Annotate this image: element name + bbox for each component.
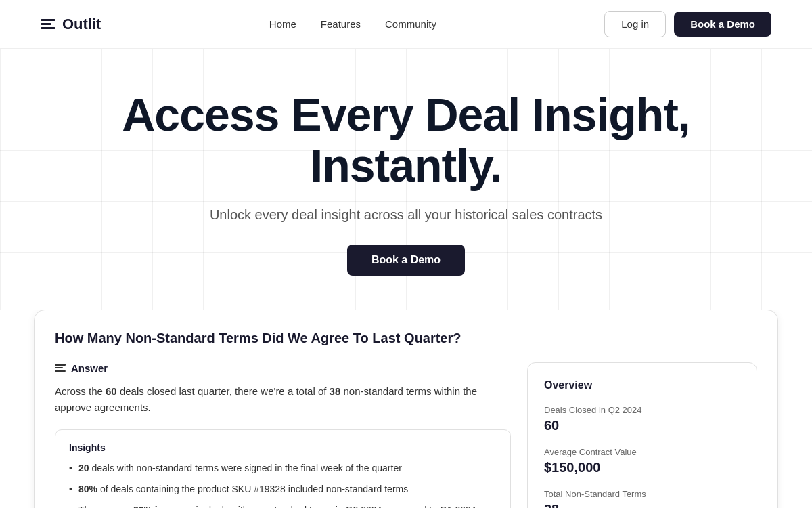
card-question: How Many Non-Standard Terms Did We Agree…	[55, 331, 757, 346]
deals-count: 60	[106, 385, 117, 397]
overview-title: Overview	[544, 379, 740, 391]
insights-list: 20 deals with non-standard terms were si…	[69, 461, 497, 508]
insights-title: Insights	[69, 442, 497, 453]
list-item: 80% of deals containing the product SKU …	[69, 482, 497, 496]
overview-label-2: Total Non-Standard Terms	[544, 489, 740, 499]
overview-value-1: $150,000	[544, 460, 740, 475]
navbar: Outlit Home Features Community Log in Bo…	[0, 0, 812, 49]
hero-content: Access Every Deal Insight, Instantly. Un…	[14, 89, 798, 276]
overview-label-0: Deals Closed in Q2 2024	[544, 405, 740, 415]
nav-links: Home Features Community	[269, 18, 436, 30]
hero-subtitle: Unlock every deal insight across all you…	[14, 207, 798, 223]
logo-text: Outlit	[62, 16, 101, 33]
overview-item-2: Total Non-Standard Terms 38	[544, 489, 740, 508]
overview-value-2: 38	[544, 502, 740, 508]
list-item: 20 deals with non-standard terms were si…	[69, 461, 497, 475]
answer-label: Answer	[71, 362, 108, 374]
answer-header: Answer	[55, 362, 511, 374]
hero-section: Access Every Deal Insight, Instantly. Un…	[0, 49, 812, 310]
insight-pre-2: There was a	[78, 505, 133, 508]
hero-title: Access Every Deal Insight, Instantly.	[85, 89, 727, 191]
nav-item-community[interactable]: Community	[385, 18, 436, 30]
overview-value-0: 60	[544, 418, 740, 433]
nav-actions: Log in Book a Demo	[604, 11, 771, 37]
insight-highlight-2: 30% increase	[133, 505, 194, 508]
insights-box: Insights 20 deals with non-standard term…	[55, 429, 511, 508]
card-body: Answer Across the 60 deals closed last q…	[55, 362, 757, 508]
overview-item-1: Average Contract Value $150,000	[544, 447, 740, 475]
answer-panel: Answer Across the 60 deals closed last q…	[55, 362, 511, 508]
overview-panel: Overview Deals Closed in Q2 2024 60 Aver…	[527, 362, 757, 508]
answer-text: Across the 60 deals closed last quarter,…	[55, 383, 511, 416]
insight-post-1: of deals containing the product SKU #193…	[97, 484, 408, 494]
answer-mid: deals closed last quarter, there we're a…	[117, 385, 330, 397]
book-demo-nav-button[interactable]: Book a Demo	[674, 12, 771, 37]
overview-label-1: Average Contract Value	[544, 447, 740, 457]
logo-icon	[41, 19, 55, 29]
insight-post-2: in deals with non-standard terms in Q2 2…	[194, 505, 476, 508]
insight-post-0: deals with non-standard terms were signe…	[89, 463, 402, 473]
overview-item-0: Deals Closed in Q2 2024 60	[544, 405, 740, 433]
list-icon	[55, 364, 66, 372]
answer-pre: Across the	[55, 385, 106, 397]
login-button[interactable]: Log in	[604, 11, 666, 37]
nav-item-home[interactable]: Home	[269, 18, 296, 30]
nav-item-features[interactable]: Features	[321, 18, 361, 30]
book-demo-hero-button[interactable]: Book a Demo	[347, 245, 465, 276]
card-section: How Many Non-Standard Terms Did We Agree…	[0, 310, 812, 508]
insight-highlight-1: 80%	[78, 484, 97, 494]
main-card: How Many Non-Standard Terms Did We Agree…	[34, 310, 778, 508]
list-item: There was a 30% increase in deals with n…	[69, 503, 497, 508]
logo-link[interactable]: Outlit	[41, 16, 101, 33]
insight-highlight-0: 20	[78, 463, 89, 473]
terms-count: 38	[330, 385, 341, 397]
